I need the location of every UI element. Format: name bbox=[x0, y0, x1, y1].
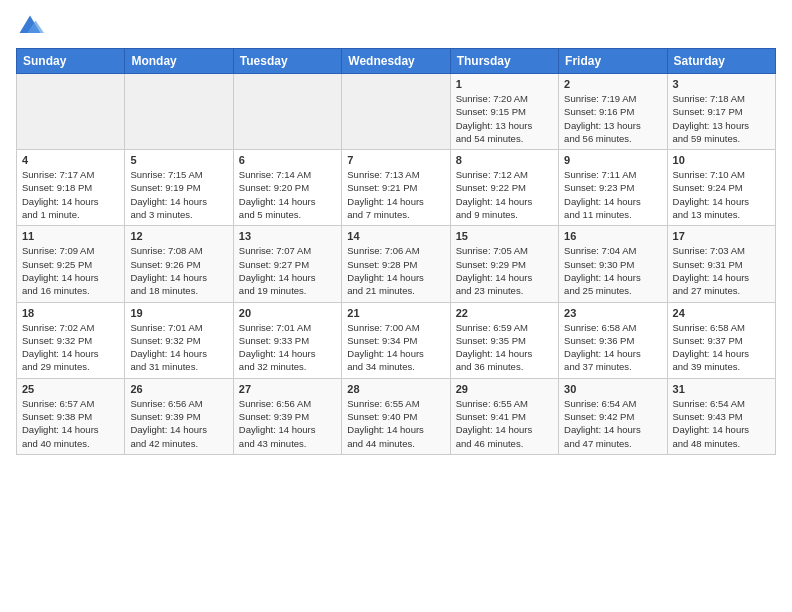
day-info: Sunrise: 7:19 AM Sunset: 9:16 PM Dayligh… bbox=[564, 92, 661, 145]
day-info: Sunrise: 7:10 AM Sunset: 9:24 PM Dayligh… bbox=[673, 168, 770, 221]
header-row: SundayMondayTuesdayWednesdayThursdayFrid… bbox=[17, 49, 776, 74]
day-info: Sunrise: 6:55 AM Sunset: 9:40 PM Dayligh… bbox=[347, 397, 444, 450]
day-cell: 16Sunrise: 7:04 AM Sunset: 9:30 PM Dayli… bbox=[559, 226, 667, 302]
day-number: 28 bbox=[347, 383, 444, 395]
day-of-week-friday: Friday bbox=[559, 49, 667, 74]
day-cell: 3Sunrise: 7:18 AM Sunset: 9:17 PM Daylig… bbox=[667, 74, 775, 150]
day-cell: 4Sunrise: 7:17 AM Sunset: 9:18 PM Daylig… bbox=[17, 150, 125, 226]
day-number: 13 bbox=[239, 230, 336, 242]
day-info: Sunrise: 7:11 AM Sunset: 9:23 PM Dayligh… bbox=[564, 168, 661, 221]
day-info: Sunrise: 7:18 AM Sunset: 9:17 PM Dayligh… bbox=[673, 92, 770, 145]
week-row-2: 4Sunrise: 7:17 AM Sunset: 9:18 PM Daylig… bbox=[17, 150, 776, 226]
day-info: Sunrise: 7:12 AM Sunset: 9:22 PM Dayligh… bbox=[456, 168, 553, 221]
day-info: Sunrise: 7:01 AM Sunset: 9:32 PM Dayligh… bbox=[130, 321, 227, 374]
day-cell bbox=[125, 74, 233, 150]
day-cell: 7Sunrise: 7:13 AM Sunset: 9:21 PM Daylig… bbox=[342, 150, 450, 226]
day-number: 16 bbox=[564, 230, 661, 242]
day-cell: 31Sunrise: 6:54 AM Sunset: 9:43 PM Dayli… bbox=[667, 378, 775, 454]
day-cell: 10Sunrise: 7:10 AM Sunset: 9:24 PM Dayli… bbox=[667, 150, 775, 226]
day-cell bbox=[233, 74, 341, 150]
day-info: Sunrise: 7:14 AM Sunset: 9:20 PM Dayligh… bbox=[239, 168, 336, 221]
logo bbox=[16, 12, 46, 40]
day-cell: 23Sunrise: 6:58 AM Sunset: 9:36 PM Dayli… bbox=[559, 302, 667, 378]
day-cell: 2Sunrise: 7:19 AM Sunset: 9:16 PM Daylig… bbox=[559, 74, 667, 150]
day-info: Sunrise: 7:15 AM Sunset: 9:19 PM Dayligh… bbox=[130, 168, 227, 221]
day-of-week-sunday: Sunday bbox=[17, 49, 125, 74]
day-cell: 26Sunrise: 6:56 AM Sunset: 9:39 PM Dayli… bbox=[125, 378, 233, 454]
day-cell: 24Sunrise: 6:58 AM Sunset: 9:37 PM Dayli… bbox=[667, 302, 775, 378]
day-cell: 6Sunrise: 7:14 AM Sunset: 9:20 PM Daylig… bbox=[233, 150, 341, 226]
day-info: Sunrise: 7:08 AM Sunset: 9:26 PM Dayligh… bbox=[130, 244, 227, 297]
day-of-week-saturday: Saturday bbox=[667, 49, 775, 74]
day-cell: 13Sunrise: 7:07 AM Sunset: 9:27 PM Dayli… bbox=[233, 226, 341, 302]
day-cell: 25Sunrise: 6:57 AM Sunset: 9:38 PM Dayli… bbox=[17, 378, 125, 454]
day-number: 27 bbox=[239, 383, 336, 395]
day-cell: 5Sunrise: 7:15 AM Sunset: 9:19 PM Daylig… bbox=[125, 150, 233, 226]
day-number: 23 bbox=[564, 307, 661, 319]
day-cell: 27Sunrise: 6:56 AM Sunset: 9:39 PM Dayli… bbox=[233, 378, 341, 454]
calendar-header: SundayMondayTuesdayWednesdayThursdayFrid… bbox=[17, 49, 776, 74]
day-number: 25 bbox=[22, 383, 119, 395]
logo-icon bbox=[16, 12, 44, 40]
day-info: Sunrise: 6:57 AM Sunset: 9:38 PM Dayligh… bbox=[22, 397, 119, 450]
day-number: 3 bbox=[673, 78, 770, 90]
week-row-5: 25Sunrise: 6:57 AM Sunset: 9:38 PM Dayli… bbox=[17, 378, 776, 454]
day-info: Sunrise: 6:54 AM Sunset: 9:43 PM Dayligh… bbox=[673, 397, 770, 450]
day-cell: 21Sunrise: 7:00 AM Sunset: 9:34 PM Dayli… bbox=[342, 302, 450, 378]
day-info: Sunrise: 7:00 AM Sunset: 9:34 PM Dayligh… bbox=[347, 321, 444, 374]
day-info: Sunrise: 6:56 AM Sunset: 9:39 PM Dayligh… bbox=[130, 397, 227, 450]
day-of-week-wednesday: Wednesday bbox=[342, 49, 450, 74]
day-number: 1 bbox=[456, 78, 553, 90]
day-cell: 29Sunrise: 6:55 AM Sunset: 9:41 PM Dayli… bbox=[450, 378, 558, 454]
day-number: 24 bbox=[673, 307, 770, 319]
day-cell: 14Sunrise: 7:06 AM Sunset: 9:28 PM Dayli… bbox=[342, 226, 450, 302]
day-info: Sunrise: 6:55 AM Sunset: 9:41 PM Dayligh… bbox=[456, 397, 553, 450]
day-cell: 11Sunrise: 7:09 AM Sunset: 9:25 PM Dayli… bbox=[17, 226, 125, 302]
day-info: Sunrise: 6:54 AM Sunset: 9:42 PM Dayligh… bbox=[564, 397, 661, 450]
day-cell: 8Sunrise: 7:12 AM Sunset: 9:22 PM Daylig… bbox=[450, 150, 558, 226]
day-info: Sunrise: 7:01 AM Sunset: 9:33 PM Dayligh… bbox=[239, 321, 336, 374]
day-cell: 9Sunrise: 7:11 AM Sunset: 9:23 PM Daylig… bbox=[559, 150, 667, 226]
day-cell: 15Sunrise: 7:05 AM Sunset: 9:29 PM Dayli… bbox=[450, 226, 558, 302]
day-number: 11 bbox=[22, 230, 119, 242]
day-info: Sunrise: 7:05 AM Sunset: 9:29 PM Dayligh… bbox=[456, 244, 553, 297]
day-info: Sunrise: 7:03 AM Sunset: 9:31 PM Dayligh… bbox=[673, 244, 770, 297]
day-of-week-tuesday: Tuesday bbox=[233, 49, 341, 74]
day-number: 5 bbox=[130, 154, 227, 166]
day-info: Sunrise: 6:59 AM Sunset: 9:35 PM Dayligh… bbox=[456, 321, 553, 374]
day-cell: 18Sunrise: 7:02 AM Sunset: 9:32 PM Dayli… bbox=[17, 302, 125, 378]
calendar: SundayMondayTuesdayWednesdayThursdayFrid… bbox=[16, 48, 776, 455]
day-cell bbox=[342, 74, 450, 150]
day-info: Sunrise: 7:20 AM Sunset: 9:15 PM Dayligh… bbox=[456, 92, 553, 145]
day-cell: 28Sunrise: 6:55 AM Sunset: 9:40 PM Dayli… bbox=[342, 378, 450, 454]
day-number: 10 bbox=[673, 154, 770, 166]
day-number: 29 bbox=[456, 383, 553, 395]
day-number: 26 bbox=[130, 383, 227, 395]
day-cell: 20Sunrise: 7:01 AM Sunset: 9:33 PM Dayli… bbox=[233, 302, 341, 378]
day-info: Sunrise: 7:13 AM Sunset: 9:21 PM Dayligh… bbox=[347, 168, 444, 221]
day-number: 9 bbox=[564, 154, 661, 166]
day-number: 19 bbox=[130, 307, 227, 319]
day-info: Sunrise: 7:09 AM Sunset: 9:25 PM Dayligh… bbox=[22, 244, 119, 297]
day-cell: 19Sunrise: 7:01 AM Sunset: 9:32 PM Dayli… bbox=[125, 302, 233, 378]
day-number: 7 bbox=[347, 154, 444, 166]
day-number: 14 bbox=[347, 230, 444, 242]
week-row-1: 1Sunrise: 7:20 AM Sunset: 9:15 PM Daylig… bbox=[17, 74, 776, 150]
day-cell: 30Sunrise: 6:54 AM Sunset: 9:42 PM Dayli… bbox=[559, 378, 667, 454]
day-cell: 17Sunrise: 7:03 AM Sunset: 9:31 PM Dayli… bbox=[667, 226, 775, 302]
day-number: 30 bbox=[564, 383, 661, 395]
page: SundayMondayTuesdayWednesdayThursdayFrid… bbox=[0, 0, 792, 612]
day-info: Sunrise: 7:17 AM Sunset: 9:18 PM Dayligh… bbox=[22, 168, 119, 221]
day-number: 22 bbox=[456, 307, 553, 319]
day-cell: 1Sunrise: 7:20 AM Sunset: 9:15 PM Daylig… bbox=[450, 74, 558, 150]
calendar-body: 1Sunrise: 7:20 AM Sunset: 9:15 PM Daylig… bbox=[17, 74, 776, 455]
day-number: 20 bbox=[239, 307, 336, 319]
week-row-3: 11Sunrise: 7:09 AM Sunset: 9:25 PM Dayli… bbox=[17, 226, 776, 302]
day-number: 15 bbox=[456, 230, 553, 242]
day-number: 8 bbox=[456, 154, 553, 166]
day-number: 17 bbox=[673, 230, 770, 242]
week-row-4: 18Sunrise: 7:02 AM Sunset: 9:32 PM Dayli… bbox=[17, 302, 776, 378]
day-number: 2 bbox=[564, 78, 661, 90]
day-of-week-thursday: Thursday bbox=[450, 49, 558, 74]
header bbox=[16, 12, 776, 40]
